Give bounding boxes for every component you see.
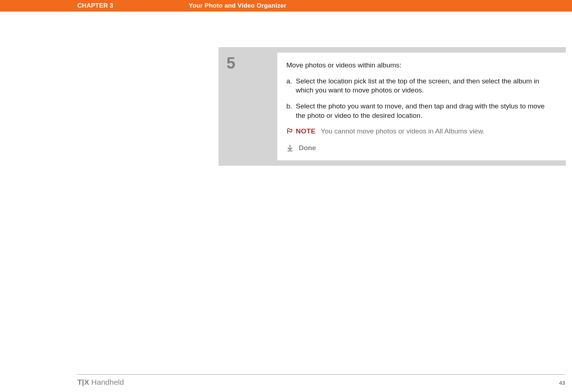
substep-text: Select the location pick list at the top… <box>296 77 553 95</box>
done-row: Done <box>286 143 553 153</box>
substep-a: a. Select the location pick list at the … <box>286 77 553 95</box>
chapter-label: CHAPTER 3 <box>77 2 113 9</box>
substep-letter: a. <box>286 77 296 95</box>
step-number: 5 <box>226 55 277 71</box>
device-name-rest: Handheld <box>89 378 124 386</box>
note-flag-icon <box>286 128 294 135</box>
footer-divider <box>77 374 565 375</box>
page-number: 43 <box>559 380 565 386</box>
substep-letter: b. <box>286 102 296 120</box>
step-card: 5 Move photos or videos within albums: a… <box>218 47 566 166</box>
note-row: NOTE You cannot move photos or videos in… <box>286 127 553 136</box>
substep-text: Select the photo you want to move, and t… <box>296 102 553 120</box>
chapter-title: Your Photo and Video Organizer <box>189 2 286 9</box>
device-name: T|X Handheld <box>77 378 124 387</box>
step-content: Move photos or videos within albums: a. … <box>277 53 566 160</box>
note-text: You cannot move photos or videos in All … <box>321 127 485 136</box>
note-label: NOTE <box>296 127 316 136</box>
arrow-down-icon <box>286 144 296 152</box>
page-footer: T|X Handheld 43 <box>77 378 565 387</box>
step-number-column: 5 <box>218 47 277 166</box>
step-intro-text: Move photos or videos within albums: <box>286 61 553 70</box>
chapter-header-bar: CHAPTER 3 Your Photo and Video Organizer <box>0 0 572 12</box>
done-label: Done <box>299 143 316 153</box>
substep-b: b. Select the photo you want to move, an… <box>286 102 553 120</box>
device-name-bold: T|X <box>77 378 89 386</box>
